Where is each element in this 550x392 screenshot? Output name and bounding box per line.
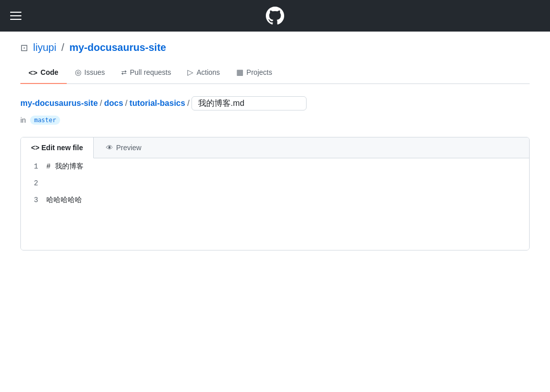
- topbar: [0, 0, 550, 32]
- tab-issues[interactable]: ◎ Issues: [67, 62, 113, 84]
- line-content-2: [46, 175, 529, 179]
- tab-code[interactable]: <> Code: [20, 62, 67, 84]
- line-content-1: # 我的博客: [46, 158, 529, 175]
- tab-issues-label: Issues: [85, 68, 105, 76]
- projects-icon: ▦: [236, 68, 243, 77]
- tab-code-label: Code: [41, 68, 59, 76]
- editor-content[interactable]: 1 # 我的博客 2 3 哈哈哈哈哈: [21, 158, 529, 250]
- breadcrumb-docs[interactable]: docs: [104, 99, 123, 108]
- breadcrumb-sep-3: /: [187, 99, 189, 108]
- editor-container: <> Edit new file 👁 Preview 1 # 我的博客 2 3 …: [20, 137, 530, 250]
- github-logo: [266, 7, 284, 25]
- repo-tabs: <> Code ◎ Issues ⇄ Pull requests ▷ Actio…: [20, 62, 530, 84]
- repo-header: ⊡ liyupi / my-docusaurus-site: [20, 32, 530, 62]
- breadcrumb-sep-2: /: [125, 99, 127, 108]
- breadcrumb-sep-1: /: [100, 99, 102, 108]
- code-line-3: 3 哈哈哈哈哈: [21, 192, 529, 209]
- line-content-3: 哈哈哈哈哈: [46, 192, 529, 209]
- editor-tab-edit[interactable]: <> Edit new file: [21, 137, 94, 158]
- main-content: ⊡ liyupi / my-docusaurus-site <> Code ◎ …: [10, 32, 540, 250]
- repo-owner-link[interactable]: liyupi: [33, 42, 57, 53]
- line-number-3: 3: [21, 192, 46, 209]
- hamburger-menu[interactable]: [10, 12, 21, 20]
- branch-row: in master: [20, 116, 530, 125]
- tab-actions[interactable]: ▷ Actions: [179, 62, 228, 84]
- tab-actions-label: Actions: [197, 68, 220, 76]
- file-path-section: my-docusaurus-site / docs / tutorial-bas…: [20, 84, 530, 133]
- line-number-2: 2: [21, 175, 46, 192]
- repo-separator: /: [62, 42, 65, 53]
- actions-icon: ▷: [187, 68, 194, 77]
- pull-request-icon: ⇄: [121, 69, 127, 76]
- repo-name-link[interactable]: my-docusaurus-site: [69, 42, 166, 53]
- issues-icon: ◎: [75, 68, 81, 77]
- code-line-1: 1 # 我的博客: [21, 158, 529, 175]
- editor-toolbar: <> Edit new file 👁 Preview: [21, 137, 529, 158]
- code-icon: <>: [29, 68, 38, 77]
- tab-projects-label: Projects: [246, 68, 272, 76]
- tab-pull-requests[interactable]: ⇄ Pull requests: [113, 62, 179, 83]
- filename-input[interactable]: [191, 96, 307, 110]
- repo-icon: ⊡: [20, 42, 28, 53]
- branch-in-label: in: [20, 116, 26, 124]
- preview-tab-label: Preview: [116, 144, 142, 152]
- edit-tab-label: <> Edit new file: [31, 144, 83, 152]
- file-breadcrumb: my-docusaurus-site / docs / tutorial-bas…: [20, 96, 530, 110]
- tab-pr-label: Pull requests: [130, 68, 171, 76]
- editor-tab-preview[interactable]: 👁 Preview: [94, 137, 154, 158]
- breadcrumb-repo[interactable]: my-docusaurus-site: [20, 99, 98, 108]
- line-number-1: 1: [21, 158, 46, 175]
- breadcrumb-tutorial[interactable]: tutorial-basics: [129, 99, 185, 108]
- code-line-2: 2: [21, 175, 529, 192]
- preview-eye-icon: 👁: [106, 144, 113, 152]
- tab-projects[interactable]: ▦ Projects: [228, 62, 281, 84]
- branch-badge[interactable]: master: [30, 116, 60, 125]
